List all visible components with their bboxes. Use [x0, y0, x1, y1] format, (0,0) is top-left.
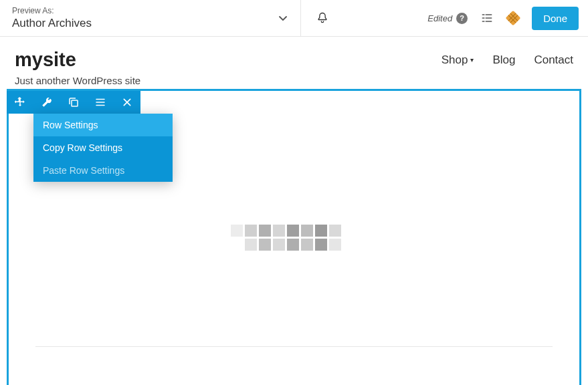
editor-canvas[interactable]: Row Settings Copy Row Settings Paste Row…: [7, 89, 581, 385]
top-bar: Preview As: Author Archives Edited ? Don…: [0, 0, 588, 37]
bell-icon[interactable]: [316, 11, 329, 25]
dropdown-item-paste-row-settings: Paste Row Settings: [33, 159, 173, 182]
nav-item-shop[interactable]: Shop ▾: [442, 53, 474, 67]
chevron-down-icon: ▾: [470, 56, 474, 63]
nav-item-blog[interactable]: Blog: [492, 53, 515, 67]
nav-item-contact[interactable]: Contact: [534, 53, 573, 67]
copy-icon[interactable]: [60, 91, 87, 114]
waffle-icon[interactable]: [504, 9, 522, 27]
preview-as-selector[interactable]: Preview As: Author Archives: [0, 0, 301, 37]
site-nav: Shop ▾ Blog Contact: [442, 53, 573, 67]
preview-as-value: Author Archives: [12, 17, 92, 30]
close-icon[interactable]: [114, 91, 140, 114]
svg-rect-0: [506, 11, 521, 26]
move-icon[interactable]: [7, 91, 33, 114]
dropdown-item-row-settings[interactable]: Row Settings: [33, 114, 173, 136]
divider: [35, 346, 553, 347]
row-toolbar: [7, 91, 140, 114]
dropdown-item-copy-row-settings[interactable]: Copy Row Settings: [33, 136, 173, 159]
preview-as-label: Preview As:: [12, 6, 92, 15]
top-bar-right: Edited ? Done: [301, 7, 588, 30]
outline-icon[interactable]: [480, 11, 494, 25]
chevron-down-icon[interactable]: [278, 13, 288, 23]
row-settings-dropdown: Row Settings Copy Row Settings Paste Row…: [33, 114, 173, 182]
menu-icon[interactable]: [87, 91, 114, 114]
svg-rect-1: [72, 100, 78, 106]
done-button[interactable]: Done: [532, 7, 579, 30]
site-header: mysite Shop ▾ Blog Contact: [0, 37, 588, 75]
site-title[interactable]: mysite: [15, 49, 76, 71]
edited-status: Edited ?: [427, 13, 468, 24]
blurred-content: [231, 225, 358, 251]
wrench-icon[interactable]: [33, 91, 60, 114]
help-icon[interactable]: ?: [456, 13, 468, 24]
site-tagline: Just another WordPress site: [0, 75, 588, 89]
